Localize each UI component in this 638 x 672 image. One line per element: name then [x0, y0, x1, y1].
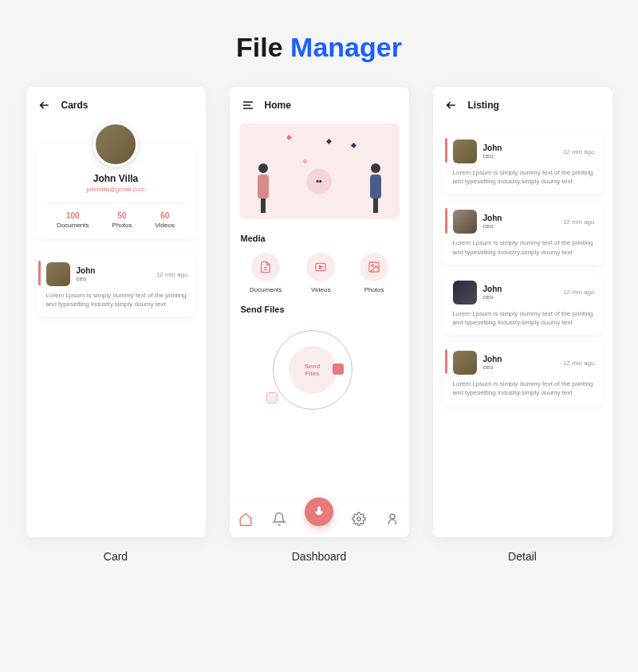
- mic-button[interactable]: [305, 497, 333, 526]
- video-icon: [306, 253, 335, 281]
- list-name: John: [483, 355, 557, 364]
- avatar: [453, 281, 477, 305]
- stat-videos[interactable]: 60 Videos: [156, 211, 175, 229]
- media-documents[interactable]: Documents: [250, 253, 282, 293]
- bottom-nav: [230, 499, 409, 537]
- media-label: Videos: [306, 286, 335, 293]
- screen-dashboard: Home •• Media Documents Videos: [230, 87, 409, 537]
- labels-row: Card Dashboard Detail: [0, 537, 638, 563]
- back-arrow-icon[interactable]: [37, 98, 52, 112]
- person-illustration: [366, 163, 385, 211]
- profile-email: johnvilla@gmail.com: [45, 186, 187, 193]
- avatar: [93, 122, 138, 167]
- nav-bell-icon[interactable]: [271, 511, 287, 527]
- menu-icon[interactable]: [241, 98, 255, 112]
- media-label: Photos: [360, 286, 388, 293]
- header-title: Home: [265, 100, 291, 111]
- screens-row: Cards John Villa johnvilla@gmail.com 100…: [0, 87, 638, 537]
- avatar: [453, 351, 477, 375]
- header: Home: [230, 87, 409, 120]
- list-name: John: [483, 214, 557, 222]
- media-videos[interactable]: Videos: [306, 253, 335, 293]
- list-body: Lorem Lpsum is simply dummy text of the …: [453, 309, 595, 327]
- avatar: [453, 210, 477, 234]
- stat-value: 100: [57, 211, 89, 220]
- media-row: Documents Videos Photos: [230, 248, 409, 300]
- list-meta: John ceo: [483, 285, 557, 301]
- list-head: John ceo 12 min ago: [453, 281, 595, 305]
- page-title: File Manager: [0, 0, 638, 87]
- stat-documents[interactable]: 100 Documents: [57, 211, 89, 229]
- list-head: John ceo 12 min ago: [453, 351, 595, 375]
- send-label-2: Files: [305, 370, 319, 377]
- list-body: Lorem Lpsum is simply dummy text of the …: [453, 168, 595, 186]
- screen-label-detail: Detail: [433, 550, 612, 563]
- stat-value: 50: [112, 211, 132, 220]
- orbit-thumbnail: [333, 364, 344, 375]
- stat-value: 60: [156, 211, 175, 220]
- list-item[interactable]: John ceo 12 min ago Lorem Lpsum is simpl…: [443, 202, 603, 264]
- photo-icon: [360, 253, 388, 281]
- list-body: Lorem Lpsum is simply dummy text of the …: [453, 379, 595, 397]
- ball-illustration: ••: [306, 169, 332, 195]
- orbit-thumbnail: [266, 392, 278, 403]
- list-role: ceo: [483, 152, 557, 159]
- send-section-title: Send Files: [241, 305, 398, 314]
- header-title: Cards: [61, 100, 89, 111]
- list-role: ceo: [483, 293, 557, 301]
- stat-label: Videos: [156, 222, 175, 229]
- stat-label: Documents: [57, 222, 89, 229]
- list-item[interactable]: John ceo 12 min ago Lorem Lpsum is simpl…: [443, 343, 603, 405]
- nav-home-icon[interactable]: [238, 511, 254, 527]
- send-files-widget: Send Files: [241, 322, 398, 434]
- svg-point-4: [390, 514, 395, 519]
- send-label-1: Send: [305, 363, 321, 370]
- media-section-title: Media: [241, 234, 398, 243]
- list-name: John: [483, 143, 557, 152]
- document-icon: [251, 253, 280, 281]
- avatar: [453, 140, 477, 163]
- list-name: John: [77, 266, 150, 275]
- screen-label-card: Card: [26, 550, 206, 563]
- nav-user-icon[interactable]: [384, 511, 400, 527]
- avatar: [46, 262, 70, 286]
- list-role: ceo: [483, 222, 557, 230]
- stat-label: Photos: [112, 222, 132, 229]
- list-time: 12 min ago: [563, 360, 595, 367]
- list-item[interactable]: John ceo 12 min ago Lorem Lpsum is simpl…: [443, 273, 603, 335]
- list-role: ceo: [77, 275, 150, 282]
- list-meta: John ceo: [77, 266, 150, 282]
- list-role: ceo: [483, 364, 557, 371]
- list-time: 12 min ago: [156, 271, 188, 278]
- list-head: John ceo 12 min ago: [46, 262, 188, 286]
- confetti-icon: [325, 139, 331, 144]
- header: Cards: [26, 87, 206, 120]
- list-time: 12 min ago: [563, 148, 595, 155]
- list-time: 12 min ago: [563, 289, 595, 296]
- list-item[interactable]: John ceo 12 min ago Lorem Lpsum is simpl…: [36, 254, 196, 316]
- confetti-icon: [286, 135, 291, 140]
- hero-illustration: ••: [239, 124, 400, 219]
- send-files-button[interactable]: Send Files: [289, 346, 337, 394]
- back-arrow-icon[interactable]: [444, 98, 459, 112]
- person-illustration: [254, 163, 273, 211]
- nav-settings-icon[interactable]: [351, 511, 367, 527]
- list-item[interactable]: John ceo 12 min ago Lorem Lpsum is simpl…: [443, 132, 603, 194]
- list-meta: John ceo: [483, 355, 557, 371]
- media-photos[interactable]: Photos: [360, 253, 388, 293]
- stats-row: 100 Documents 50 Photos 60 Videos: [45, 202, 187, 229]
- stat-photos[interactable]: 50 Photos: [112, 211, 132, 229]
- screen-card: Cards John Villa johnvilla@gmail.com 100…: [26, 87, 206, 537]
- screen-listing: Listing John ceo 12 min ago Lorem Lpsum …: [433, 87, 612, 537]
- list-head: John ceo 12 min ago: [453, 140, 595, 163]
- list-head: John ceo 12 min ago: [453, 210, 595, 234]
- title-word1: File: [236, 32, 283, 62]
- confetti-icon: [350, 143, 356, 148]
- title-word2: Manager: [290, 32, 402, 62]
- list-body: Lorem Lpsum is simply dummy text of the …: [46, 291, 188, 308]
- listing-body[interactable]: John ceo 12 min ago Lorem Lpsum is simpl…: [433, 120, 612, 537]
- header: Listing: [433, 87, 612, 120]
- media-label: Documents: [250, 286, 282, 293]
- list-meta: John ceo: [483, 143, 557, 159]
- screen-label-dashboard: Dashboard: [230, 550, 409, 563]
